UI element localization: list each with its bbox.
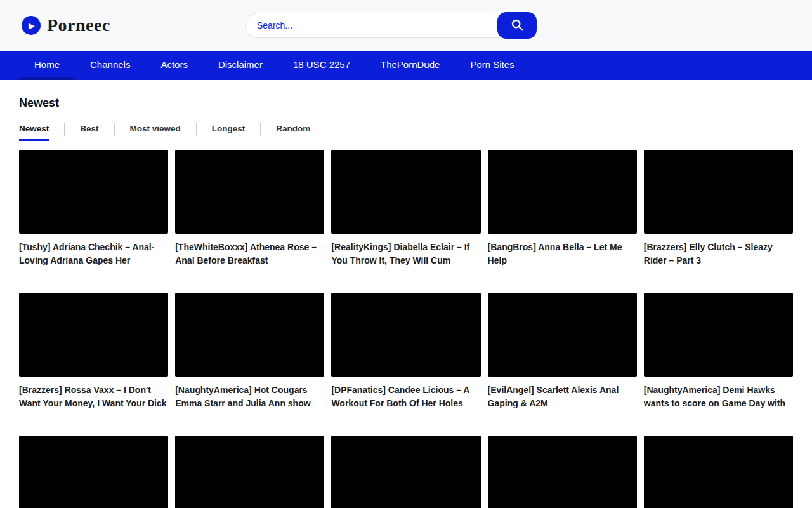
- video-title[interactable]: [Tushy] Adriana Chechik – Anal-Loving Ad…: [19, 241, 168, 267]
- tab-newest[interactable]: Newest: [19, 121, 49, 141]
- video-card[interactable]: [488, 436, 637, 508]
- tab-divider: [64, 123, 65, 136]
- video-thumbnail[interactable]: [644, 436, 793, 508]
- tab-most-viewed[interactable]: Most viewed: [130, 121, 181, 141]
- nav-item-actors[interactable]: Actors: [145, 51, 203, 80]
- video-card[interactable]: [644, 436, 793, 508]
- video-thumbnail[interactable]: [644, 293, 793, 377]
- page-title: Newest: [19, 97, 793, 110]
- nav-item-channels[interactable]: Channels: [75, 51, 145, 80]
- video-thumbnail[interactable]: [488, 150, 637, 234]
- video-card[interactable]: [BangBros] Anna Bella – Let Me Help: [488, 150, 637, 267]
- video-thumbnail[interactable]: [644, 150, 793, 234]
- nav-item-theporndude[interactable]: ThePornDude: [365, 51, 455, 80]
- main-content: Newest Newest Best Most viewed Longest R…: [0, 80, 812, 508]
- tab-divider: [260, 123, 261, 136]
- video-thumbnail[interactable]: [19, 436, 168, 508]
- video-thumbnail[interactable]: [331, 293, 480, 377]
- video-title[interactable]: [NaughtyAmerica] Hot Cougars Emma Starr …: [175, 384, 324, 410]
- video-thumbnail[interactable]: [175, 150, 324, 234]
- search-button[interactable]: [497, 12, 537, 39]
- video-title[interactable]: [RealityKings] Diabella Eclair – If You …: [331, 241, 480, 267]
- video-card[interactable]: [331, 436, 480, 508]
- video-title[interactable]: [EvilAngel] Scarlett Alexis Anal Gaping …: [488, 384, 637, 410]
- tab-divider: [196, 123, 197, 136]
- video-thumbnail[interactable]: [175, 436, 324, 508]
- search-input[interactable]: [245, 13, 502, 38]
- search-icon: [510, 18, 524, 34]
- video-card[interactable]: [175, 436, 324, 508]
- nav-item-18usc2257[interactable]: 18 USC 2257: [278, 51, 365, 80]
- video-card[interactable]: [NaughtyAmerica] Hot Cougars Emma Starr …: [175, 293, 324, 410]
- tab-divider: [114, 123, 115, 136]
- video-thumbnail[interactable]: [175, 293, 324, 377]
- tab-random[interactable]: Random: [276, 121, 310, 141]
- video-card[interactable]: [Brazzers] Elly Clutch – Sleazy Rider – …: [644, 150, 793, 267]
- header: ▶ Porneec: [0, 0, 812, 51]
- tab-longest[interactable]: Longest: [212, 121, 246, 141]
- video-card[interactable]: [Brazzers] Rossa Vaxx – I Don't Want You…: [19, 293, 168, 410]
- nav-item-porn-sites[interactable]: Porn Sites: [455, 51, 529, 80]
- play-icon: ▶: [22, 16, 41, 35]
- video-thumbnail[interactable]: [331, 150, 480, 234]
- video-thumbnail[interactable]: [488, 293, 637, 377]
- video-grid: [Tushy] Adriana Chechik – Anal-Loving Ad…: [19, 150, 793, 508]
- video-thumbnail[interactable]: [488, 436, 637, 508]
- tab-best[interactable]: Best: [80, 121, 98, 141]
- video-card[interactable]: [RealityKings] Diabella Eclair – If You …: [331, 150, 480, 267]
- video-thumbnail[interactable]: [331, 436, 480, 508]
- logo-text: Porneec: [47, 15, 110, 36]
- video-card[interactable]: [19, 436, 168, 508]
- sort-tabs: Newest Best Most viewed Longest Random: [19, 121, 793, 141]
- main-nav: Home Channels Actors Disclaimer 18 USC 2…: [0, 51, 812, 80]
- video-title[interactable]: [Brazzers] Elly Clutch – Sleazy Rider – …: [644, 241, 793, 267]
- video-title[interactable]: [DPFanatics] Candee Licious – A Workout …: [331, 384, 480, 410]
- video-title[interactable]: [TheWhiteBoxxx] Athenea Rose – Anal Befo…: [175, 241, 324, 267]
- video-card[interactable]: [NaughtyAmerica] Demi Hawks wants to sco…: [644, 293, 793, 410]
- nav-item-home[interactable]: Home: [19, 51, 75, 80]
- video-title[interactable]: [Brazzers] Rossa Vaxx – I Don't Want You…: [19, 384, 168, 410]
- logo[interactable]: ▶ Porneec: [22, 15, 110, 36]
- search-bar: [245, 12, 537, 39]
- video-thumbnail[interactable]: [19, 293, 168, 377]
- video-card[interactable]: [DPFanatics] Candee Licious – A Workout …: [331, 293, 480, 410]
- nav-item-disclaimer[interactable]: Disclaimer: [203, 51, 278, 80]
- video-title[interactable]: [BangBros] Anna Bella – Let Me Help: [488, 241, 637, 267]
- video-title[interactable]: [NaughtyAmerica] Demi Hawks wants to sco…: [644, 384, 793, 410]
- video-card[interactable]: [EvilAngel] Scarlett Alexis Anal Gaping …: [488, 293, 637, 410]
- video-thumbnail[interactable]: [19, 150, 168, 234]
- video-card[interactable]: [Tushy] Adriana Chechik – Anal-Loving Ad…: [19, 150, 168, 267]
- video-card[interactable]: [TheWhiteBoxxx] Athenea Rose – Anal Befo…: [175, 150, 324, 267]
